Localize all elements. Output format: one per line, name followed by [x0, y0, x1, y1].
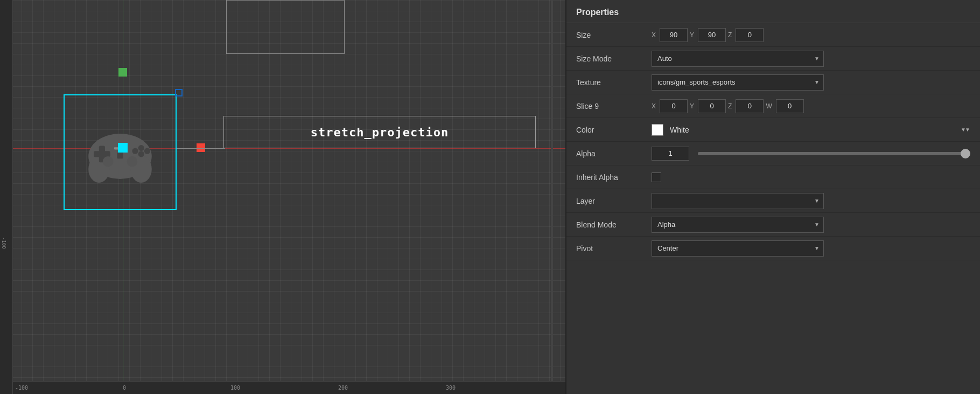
handle-red[interactable] [197, 143, 205, 152]
slice9-x-label: X [652, 102, 656, 110]
alpha-slider-fill [698, 152, 966, 155]
slice9-z-input[interactable] [736, 99, 764, 113]
size-z-input[interactable] [736, 28, 764, 42]
prop-row-texture: Texture icons/gm_sports_esports [566, 71, 980, 94]
prop-row-color: Color White ▼ [566, 118, 980, 142]
scale-handle-blue[interactable] [175, 89, 183, 96]
blend-mode-dropdown[interactable]: Alpha [652, 217, 824, 233]
color-value: White [670, 126, 689, 134]
ruler-v-label-n100: -100 [1, 237, 6, 249]
connect-line [177, 148, 225, 149]
svg-point-8 [138, 151, 144, 157]
alpha-label: Alpha [576, 149, 652, 158]
stretch-projection-label: stretch_projection [311, 126, 449, 139]
inherit-alpha-label: Inherit Alpha [576, 173, 652, 182]
size-inputs: X Y Z [652, 28, 970, 42]
texture-dropdown[interactable]: icons/gm_sports_esports [652, 74, 824, 91]
ruler-label-300: 300 [446, 385, 456, 391]
alpha-input[interactable] [652, 147, 689, 161]
center-handle-cyan[interactable] [118, 143, 128, 153]
color-swatch[interactable] [652, 124, 663, 136]
panel-divider[interactable] [551, 0, 553, 381]
prop-row-layer: Layer [566, 189, 980, 213]
size-y-label: Y [690, 31, 694, 39]
ruler-label-100: 100 [230, 385, 240, 391]
stretch-projection-box: stretch_projection [223, 116, 536, 148]
color-label: Color [576, 126, 652, 134]
pivot-label: Pivot [576, 244, 652, 253]
properties-panel: Properties Size X Y Z Size Mode Auto [565, 0, 980, 394]
alpha-slider-thumb[interactable] [961, 149, 970, 158]
slice9-label: Slice 9 [576, 102, 652, 110]
blend-mode-label: Blend Mode [576, 220, 652, 229]
top-rect-outline [226, 0, 345, 54]
prop-row-pivot: Pivot Center [566, 237, 980, 260]
inherit-alpha-checkbox[interactable] [652, 172, 661, 182]
prop-row-alpha: Alpha [566, 142, 980, 165]
canvas-area[interactable]: stretch_projection -100 0 100 200 300 -1… [0, 0, 565, 394]
size-label: Size [576, 31, 652, 39]
slice9-z-label: Z [728, 102, 732, 110]
prop-row-size: Size X Y Z [566, 23, 980, 47]
size-mode-label: Size Mode [576, 54, 652, 63]
size-x-label: X [652, 31, 656, 39]
ruler-label-200: 200 [338, 385, 348, 391]
ruler-label-n100: -100 [15, 385, 28, 391]
ruler-label-0: 0 [123, 385, 126, 391]
ruler-horizontal: -100 0 100 200 300 [0, 381, 565, 394]
pivot-dropdown[interactable]: Center [652, 240, 824, 257]
slice9-y-label: Y [690, 102, 694, 110]
svg-point-6 [132, 148, 138, 154]
slice9-w-label: W [766, 102, 772, 110]
svg-point-11 [127, 156, 138, 167]
prop-row-blend-mode: Blend Mode Alpha [566, 213, 980, 237]
panel-title: Properties [566, 4, 980, 23]
layer-label: Layer [576, 197, 652, 205]
slice9-w-input[interactable] [776, 99, 804, 113]
layer-dropdown[interactable] [652, 193, 824, 209]
svg-point-9 [144, 148, 150, 154]
size-x-input[interactable] [660, 28, 688, 42]
slice9-x-input[interactable] [660, 99, 688, 113]
prop-row-inherit-alpha: Inherit Alpha [566, 165, 980, 189]
ruler-vertical: -100 [0, 0, 13, 394]
prop-row-slice9: Slice 9 X Y Z W [566, 94, 980, 118]
svg-point-10 [103, 156, 114, 167]
texture-label: Texture [576, 78, 652, 87]
size-y-input[interactable] [698, 28, 726, 42]
svg-point-7 [138, 145, 144, 151]
pivot-handle-green[interactable] [118, 68, 127, 77]
prop-row-size-mode: Size Mode Auto [566, 47, 980, 71]
size-z-label: Z [728, 31, 732, 39]
svg-rect-5 [117, 153, 123, 158]
size-mode-dropdown[interactable]: Auto [652, 51, 824, 67]
alpha-slider-track[interactable] [698, 152, 966, 155]
color-dropdown-arrow[interactable]: ▼ [965, 127, 970, 133]
slice9-y-input[interactable] [698, 99, 726, 113]
